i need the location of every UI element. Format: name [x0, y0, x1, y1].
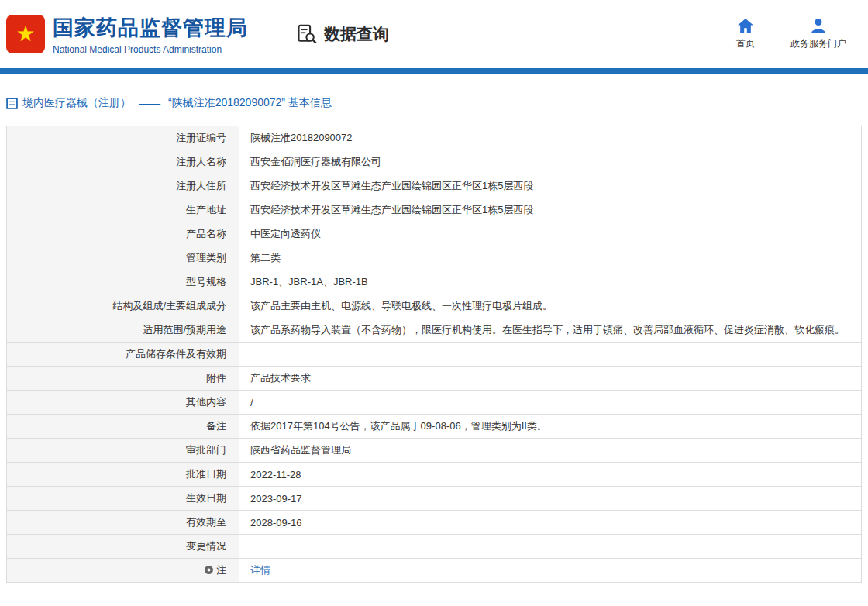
table-row: 变更情况	[7, 535, 862, 559]
site-header: ★ 国家药品监督管理局 National Medical Products Ad…	[0, 0, 868, 68]
row-value: 陕西省药品监督管理局	[239, 439, 862, 463]
row-label: 注册证编号	[7, 126, 239, 150]
row-value: /	[239, 391, 862, 415]
row-value: 2023-09-17	[239, 487, 862, 511]
row-label: 审批部门	[7, 439, 239, 463]
document-search-icon	[296, 23, 318, 45]
row-value	[239, 343, 862, 367]
row-value: 2022-11-28	[239, 463, 862, 487]
nav-home-label: 首页	[736, 37, 755, 50]
row-value: 西安经济技术开发区草滩生态产业园绘锦园区正华区1栋5层西段	[239, 198, 862, 222]
row-label: 批准日期	[7, 463, 239, 487]
table-row: 型号规格 JBR-1、JBR-1A、JBR-1B	[7, 270, 862, 294]
top-navigation: 首页 政务服务门户	[736, 18, 846, 50]
row-value: 2028-09-16	[239, 511, 862, 535]
home-icon	[737, 18, 754, 33]
row-label: 结构及组成/主要组成成分	[7, 294, 239, 318]
note-icon	[204, 565, 214, 577]
row-value: 陕械注准20182090072	[239, 126, 862, 150]
row-label: 注	[7, 559, 239, 583]
table-row: 注册人住所 西安经济技术开发区草滩生态产业园绘锦园区正华区1栋5层西段	[7, 174, 862, 198]
nmpa-logo[interactable]: ★ 国家药品监督管理局 National Medical Products Ad…	[6, 14, 248, 55]
row-label: 附件	[7, 367, 239, 391]
table-row: 审批部门 陕西省药品监督管理局	[7, 439, 862, 463]
row-value: 依据2017年第104号公告，该产品属于09-08-06，管理类别为II类。	[239, 415, 862, 439]
table-row: 生效日期 2023-09-17	[7, 487, 862, 511]
breadcrumb-dash: ——	[139, 97, 160, 109]
row-label-text: 注	[216, 564, 226, 576]
table-row: 批准日期 2022-11-28	[7, 463, 862, 487]
agency-name-cn: 国家药品监督管理局	[53, 14, 248, 42]
table-row: 适用范围/预期用途 该产品系药物导入装置（不含药物），限医疗机构使用。在医生指导…	[7, 318, 862, 343]
table-row: 注 详情	[7, 559, 862, 583]
row-label: 型号规格	[7, 270, 239, 294]
row-value: 该产品系药物导入装置（不含药物），限医疗机构使用。在医生指导下，适用于镇痛、改善…	[239, 318, 862, 343]
row-label: 注册人名称	[7, 150, 239, 174]
table-row: 其他内容 /	[7, 391, 862, 415]
row-label: 有效期至	[7, 511, 239, 535]
row-label: 生效日期	[7, 487, 239, 511]
table-row: 产品名称 中医定向透药仪	[7, 222, 862, 246]
table-row: 备注 依据2017年第104号公告，该产品属于09-08-06，管理类别为II类…	[7, 415, 862, 439]
blue-divider-bar	[0, 68, 868, 74]
detail-link[interactable]: 详情	[250, 564, 270, 576]
table-row: 附件 产品技术要求	[7, 367, 862, 391]
row-label: 管理类别	[7, 246, 239, 270]
data-query-label: 数据查询	[324, 23, 389, 45]
table-row: 注册证编号 陕械注准20182090072	[7, 126, 862, 150]
nav-portal-label: 政务服务门户	[790, 37, 846, 50]
agency-name-block: 国家药品监督管理局 National Medical Products Admi…	[53, 14, 248, 55]
national-emblem-icon: ★	[6, 15, 45, 53]
table-row: 注册人名称 西安金佰润医疗器械有限公司	[7, 150, 862, 174]
table-row: 产品储存条件及有效期	[7, 343, 862, 367]
registration-info-table: 注册证编号 陕械注准20182090072 注册人名称 西安金佰润医疗器械有限公…	[6, 126, 862, 583]
table-row: 结构及组成/主要组成成分 该产品主要由主机、电源线、导联电极线、一次性理疗电极片…	[7, 294, 862, 318]
nav-portal[interactable]: 政务服务门户	[790, 18, 846, 50]
row-value: 产品技术要求	[239, 367, 862, 391]
breadcrumb-detail: “陕械注准20182090072” 基本信息	[168, 96, 332, 110]
agency-name-en: National Medical Products Administration	[53, 44, 248, 55]
row-label: 生产地址	[7, 198, 239, 222]
row-value	[239, 535, 862, 559]
row-value: 中医定向透药仪	[239, 222, 862, 246]
row-value: 西安金佰润医疗器械有限公司	[239, 150, 862, 174]
row-label: 适用范围/预期用途	[7, 318, 239, 343]
row-label: 变更情况	[7, 535, 239, 559]
table-row: 生产地址 西安经济技术开发区草滩生态产业园绘锦园区正华区1栋5层西段	[7, 198, 862, 222]
table-row: 管理类别 第二类	[7, 246, 862, 270]
breadcrumb-section: 境内医疗器械（注册）	[22, 96, 131, 110]
row-label: 产品储存条件及有效期	[7, 343, 239, 367]
row-value: 该产品主要由主机、电源线、导联电极线、一次性理疗电极片组成。	[239, 294, 862, 318]
document-icon	[6, 98, 18, 109]
person-icon	[810, 18, 827, 33]
table-row: 有效期至 2028-09-16	[7, 511, 862, 535]
row-label: 注册人住所	[7, 174, 239, 198]
row-label: 备注	[7, 415, 239, 439]
data-query-tab[interactable]: 数据查询	[296, 23, 389, 45]
row-value: 详情	[239, 559, 862, 583]
row-label: 其他内容	[7, 391, 239, 415]
nav-home[interactable]: 首页	[736, 18, 755, 50]
breadcrumb: 境内医疗器械（注册） —— “陕械注准20182090072” 基本信息	[6, 96, 868, 110]
row-value: 第二类	[239, 246, 862, 270]
row-value: JBR-1、JBR-1A、JBR-1B	[239, 270, 862, 294]
row-value: 西安经济技术开发区草滩生态产业园绘锦园区正华区1栋5层西段	[239, 174, 862, 198]
row-label: 产品名称	[7, 222, 239, 246]
